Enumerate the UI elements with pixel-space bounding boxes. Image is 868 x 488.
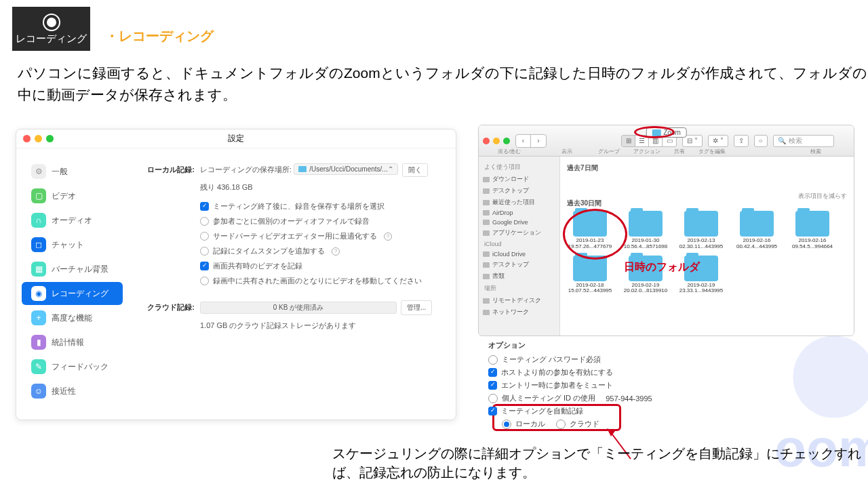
- option-cloud[interactable]: クラウド: [556, 419, 599, 429]
- settings-titlebar: 設定: [16, 129, 456, 148]
- option-third-party[interactable]: サードパーティビデオエディター用に最適化する?: [200, 231, 443, 241]
- back-forward-label: 戻る/進む: [498, 148, 521, 155]
- finder-toolbar: ‹› 戻る/進む Zoom ⊞ ☰ ▥ ▭ ⊟ ˅ ✲ ˅ ⇪ ○ 🔍 検索 表…: [479, 125, 854, 157]
- sidebar-remote-disk[interactable]: リモートディスク: [479, 295, 559, 306]
- tags-button[interactable]: ○: [754, 135, 768, 147]
- option-auto-record[interactable]: ミーティングを自動記録: [488, 406, 678, 416]
- sidebar-item-video[interactable]: ▢ビデオ: [22, 184, 123, 207]
- folder-item[interactable]: 2019-02-1302.30.11...443995: [678, 211, 724, 250]
- option-local[interactable]: ローカル: [502, 419, 545, 429]
- sidebar-downloads[interactable]: ダウンロード: [479, 174, 559, 185]
- sidebar-item-feedback[interactable]: ✎フィードバック: [22, 355, 123, 378]
- folder-name: 2019-01-3010.56.4...8571698: [623, 238, 669, 250]
- bottom-note: スケージュリングの際に詳細オプションで「ミーティングを自動記録」にチェックすれば…: [332, 444, 868, 482]
- option-move-video[interactable]: 録画中に共有された画面のとなりにビデオを移動してください: [200, 276, 443, 286]
- recording-badge-label: レコーディング: [16, 33, 87, 45]
- settings-title: 設定: [16, 133, 456, 144]
- info-icon[interactable]: ?: [332, 247, 340, 256]
- manage-button[interactable]: 管理...: [401, 300, 432, 315]
- folder-name: 2019-02-1600.42.4...443995: [734, 238, 780, 250]
- window-traffic-lights[interactable]: [483, 138, 510, 144]
- folder-icon: [684, 211, 718, 237]
- remaining-space: 残り 436.18 GB: [200, 182, 443, 192]
- sidebar-gdrive[interactable]: Google Drive: [479, 218, 559, 227]
- radio-icon: [200, 277, 209, 285]
- forward-icon[interactable]: ›: [531, 135, 546, 147]
- sidebar-icloud-desktop[interactable]: デスクトップ: [479, 259, 559, 270]
- folder-item[interactable]: 2019-02-1600.42.4...443995: [734, 211, 780, 250]
- folder-item[interactable]: 2019-02-1609.54.5...994664: [789, 211, 835, 250]
- option-separate-audio[interactable]: 参加者ごとに個別のオーディオファイルで録音: [200, 216, 443, 226]
- option-screen-share-video[interactable]: 画面共有時のビデオを記録: [200, 261, 443, 271]
- checkbox-icon: [488, 407, 497, 415]
- sidebar-network[interactable]: ネットワーク: [479, 306, 559, 318]
- radio-icon: [502, 420, 511, 429]
- locations-header: 場所: [479, 282, 559, 295]
- share-button[interactable]: ⇪: [734, 135, 749, 147]
- sidebar-airdrop[interactable]: AirDrop: [479, 208, 559, 218]
- finder-title[interactable]: Zoom: [646, 127, 687, 138]
- folder-name: 2019-02-1923.33.1...9443995: [678, 283, 724, 295]
- folder-item[interactable]: 2019-02-1815.07.52...443995: [567, 256, 613, 295]
- checkbox-icon: [488, 381, 497, 390]
- option-personal-id[interactable]: 個人ミーティング ID の使用 957-944-3995: [488, 393, 678, 403]
- sidebar-icloud-drive[interactable]: iCloud Drive: [479, 249, 559, 259]
- folder-icon: [795, 211, 829, 237]
- svg-marker-3: [607, 428, 615, 436]
- folder-icon: [629, 211, 663, 237]
- folder-icon: [652, 129, 660, 136]
- folder-icon: [573, 211, 607, 237]
- sidebar-desktop[interactable]: デスクトップ: [479, 185, 559, 197]
- folder-item[interactable]: 2019-01-2319.57.26...477679: [567, 211, 613, 250]
- option-join-before-host[interactable]: ホストより前の参加を有効にする: [488, 367, 678, 378]
- open-button[interactable]: 開く: [402, 163, 428, 177]
- sidebar-recent[interactable]: 最近使った項目: [479, 197, 559, 208]
- folder-item[interactable]: 2019-01-3010.56.4...8571698: [623, 211, 669, 250]
- background-icon: ▦: [31, 262, 46, 277]
- folder-name: 2019-02-1920.02.0...8139910: [623, 283, 669, 295]
- sidebar-apps[interactable]: アプリケーション: [479, 227, 559, 239]
- option-timestamp[interactable]: 記録にタイムスタンプを追加する?: [200, 246, 443, 256]
- sidebar-item-general[interactable]: ⚙一般: [22, 160, 123, 183]
- folder-name: 2019-02-1609.54.5...994664: [789, 238, 835, 250]
- option-mute-on-entry[interactable]: エントリー時に参加者をミュート: [488, 380, 678, 390]
- zoom-settings-window: 設定 ⚙一般 ▢ビデオ ∩オーディオ ◻チャット ▦バーチャル背景 ◉レコーディ…: [16, 129, 456, 420]
- sidebar-item-stats[interactable]: ▮統計情報: [22, 331, 123, 354]
- radio-icon: [488, 355, 498, 365]
- folder-name: 2019-01-2319.57.26...477679: [567, 238, 613, 250]
- folder-name: 2019-02-1815.07.52...443995: [567, 283, 613, 295]
- folder-name: 2019-02-1302.30.11...443995: [678, 238, 724, 250]
- sidebar-item-virtual-bg[interactable]: ▦バーチャル背景: [22, 258, 123, 281]
- sidebar-item-audio[interactable]: ∩オーディオ: [22, 209, 123, 232]
- settings-sidebar: ⚙一般 ▢ビデオ ∩オーディオ ◻チャット ▦バーチャル背景 ◉レコーディング …: [16, 148, 128, 420]
- reduce-items-link[interactable]: 表示項目を減らす: [798, 192, 847, 201]
- search-input[interactable]: 🔍 検索: [773, 135, 834, 147]
- info-icon[interactable]: ?: [384, 232, 392, 241]
- sidebar-item-chat[interactable]: ◻チャット: [22, 233, 123, 256]
- svg-point-4: [793, 336, 869, 418]
- icloud-header: iCloud: [479, 239, 559, 249]
- chat-icon: ◻: [31, 237, 46, 252]
- icon-view-icon[interactable]: ⊞: [622, 136, 635, 146]
- option-choose-location[interactable]: ミーティング終了後に、録音を保存する場所を選択: [200, 201, 443, 211]
- record-icon: ◉: [31, 286, 46, 301]
- sidebar-item-accessibility[interactable]: ☺接近性: [22, 380, 123, 403]
- plus-icon: +: [31, 310, 46, 325]
- sidebar-item-recording[interactable]: ◉レコーディング: [22, 282, 123, 305]
- svg-point-1: [47, 18, 56, 27]
- back-icon[interactable]: ‹: [516, 135, 531, 147]
- nav-back-forward[interactable]: ‹›: [515, 134, 547, 148]
- description-text: パソコンに録画すると、ドキュメントフォルダのZoomというフォルダの下に記録した…: [18, 62, 868, 105]
- sidebar-documents[interactable]: 書類: [479, 270, 559, 282]
- sidebar-item-advanced[interactable]: +高度な機能: [22, 306, 123, 329]
- cloud-record-label: クラウド記録:: [140, 302, 195, 312]
- video-icon: ▢: [31, 188, 46, 203]
- toolbar-labels: 表示 グループ アクション 共有 タグを編集: [561, 148, 726, 155]
- action-button[interactable]: ✲ ˅: [708, 135, 728, 147]
- checkbox-icon: [200, 262, 209, 270]
- option-password[interactable]: ミーティング パスワード必須: [488, 354, 678, 365]
- cloud-usage-bar: 0 KB が使用済み: [200, 302, 397, 314]
- radio-icon: [200, 232, 209, 241]
- save-path-dropdown[interactable]: /Users/Ucci/Documents/... ⌃: [294, 163, 398, 175]
- folder-icon: [740, 211, 774, 237]
